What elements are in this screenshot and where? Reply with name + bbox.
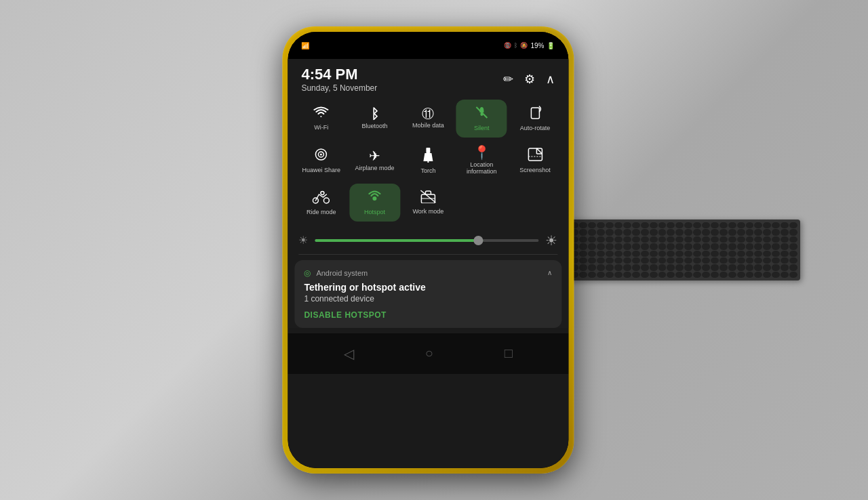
bluetooth-label: Bluetooth — [362, 123, 388, 130]
battery-percent: 19% — [530, 42, 544, 49]
hotspot-icon — [367, 189, 383, 207]
qs-date: Sunday, 5 November — [301, 83, 377, 93]
svg-rect-1 — [480, 112, 483, 116]
mute-icon: 🔕 — [520, 42, 528, 49]
settings-button[interactable]: ⚙ — [524, 72, 535, 87]
brightness-row: ☀ ☀ — [288, 227, 568, 254]
ride-mode-label: Ride mode — [307, 209, 336, 216]
screenshot-label: Screenshot — [519, 167, 551, 174]
location-label: Location information — [459, 162, 505, 175]
wifi-label: Wi-Fi — [314, 125, 328, 131]
auto-rotate-icon — [527, 105, 543, 123]
tile-wifi[interactable]: Wi-Fi — [296, 100, 347, 138]
work-mode-label: Work mode — [412, 209, 443, 215]
notif-expand-icon[interactable]: ∧ — [547, 269, 552, 276]
notif-title: Tethering or hotspot active — [304, 282, 552, 293]
status-right: 📵 ᛒ 🔕 19% 🔋 — [504, 42, 555, 49]
svg-point-14 — [324, 198, 330, 203]
airplane-icon: ✈ — [369, 149, 380, 163]
svg-point-16 — [373, 196, 377, 201]
brightness-track[interactable] — [315, 239, 538, 242]
tile-screenshot[interactable]: Screenshot — [510, 140, 561, 181]
hotspot-label: Hotspot — [364, 209, 385, 216]
phone-screen: 📶 📵 ᛒ 🔕 19% 🔋 4 — [288, 32, 568, 468]
screenshot-icon — [527, 147, 543, 165]
disable-hotspot-button[interactable]: DISABLE HOTSPOT — [304, 310, 552, 320]
tile-hotspot[interactable]: Hotspot — [349, 184, 400, 222]
svg-rect-2 — [531, 108, 539, 119]
phone-inner: 📶 📵 ᛒ 🔕 19% 🔋 4 — [288, 32, 568, 468]
signal-icon: 📶 — [301, 42, 309, 49]
svg-point-15 — [321, 191, 324, 194]
mobile-data-label: Mobile data — [412, 123, 444, 129]
qs-header: 4:54 PM Sunday, 5 November ✏ ⚙ ∧ — [288, 59, 568, 96]
svg-rect-8 — [528, 148, 542, 161]
android-system-icon: ◎ — [304, 268, 311, 278]
airplane-label: Airplane mode — [355, 165, 395, 172]
bt-icon: ᛒ — [514, 42, 517, 49]
notif-header: ◎ Android system ∧ — [304, 268, 552, 278]
huawei-share-icon — [313, 147, 330, 165]
torch-label: Torch — [420, 168, 435, 175]
silent-label: Silent — [474, 125, 490, 132]
bluetooth-icon: ᛒ — [371, 107, 379, 121]
tile-location[interactable]: 📍 Location information — [456, 140, 507, 181]
svg-rect-6 — [426, 148, 430, 153]
edit-button[interactable]: ✏ — [503, 72, 513, 87]
home-button[interactable]: ○ — [425, 346, 433, 361]
qs-tiles-grid: Wi-Fi ᛒ Bluetooth ⑪ Mobile data — [288, 96, 568, 226]
separator — [298, 254, 557, 255]
wifi-icon — [313, 106, 330, 122]
wifi-off-icon: 📵 — [504, 42, 511, 49]
qs-time-date: 4:54 PM Sunday, 5 November — [301, 66, 377, 93]
tile-mobile-data[interactable]: ⑪ Mobile data — [403, 100, 454, 138]
recents-button[interactable]: □ — [505, 346, 513, 361]
notch — [387, 32, 469, 51]
phone-wrapper: 📶 📵 ᛒ 🔕 19% 🔋 4 — [282, 26, 574, 474]
collapse-button[interactable]: ∧ — [546, 72, 555, 87]
phone-frame: 📶 📵 ᛒ 🔕 19% 🔋 4 — [282, 26, 574, 474]
qs-time: 4:54 PM — [301, 66, 377, 83]
tile-auto-rotate[interactable]: Auto-rotate — [510, 100, 561, 138]
back-button[interactable]: ◁ — [344, 346, 354, 362]
tile-airplane[interactable]: ✈ Airplane mode — [349, 140, 400, 181]
silent-icon — [474, 105, 489, 123]
qs-controls: ✏ ⚙ ∧ — [503, 72, 555, 87]
location-icon: 📍 — [473, 146, 490, 159]
tile-bluetooth[interactable]: ᛒ Bluetooth — [349, 100, 400, 138]
brightness-max-icon: ☀ — [545, 232, 557, 249]
mobile-data-icon: ⑪ — [422, 108, 434, 120]
notif-subtitle: 1 connected device — [304, 294, 552, 304]
work-mode-icon — [420, 190, 436, 206]
huawei-share-label: Huawei Share — [302, 167, 341, 174]
tile-torch[interactable]: Torch — [403, 140, 454, 181]
ride-mode-icon — [313, 189, 330, 207]
quick-settings-panel: 4:54 PM Sunday, 5 November ✏ ⚙ ∧ — [288, 59, 568, 328]
svg-line-9 — [536, 148, 542, 154]
brightness-min-icon: ☀ — [298, 234, 308, 247]
auto-rotate-label: Auto-rotate — [520, 125, 551, 132]
svg-point-5 — [320, 153, 322, 155]
status-left: 📶 — [301, 42, 309, 49]
torch-icon — [420, 146, 435, 165]
tile-huawei-share[interactable]: Huawei Share — [296, 140, 347, 181]
notification-card[interactable]: ◎ Android system ∧ Tethering or hotspot … — [294, 260, 561, 328]
notif-app-name: Android system — [316, 269, 542, 277]
tile-work-mode[interactable]: Work mode — [403, 184, 454, 222]
battery-icon: 🔋 — [547, 42, 555, 49]
svg-line-19 — [420, 190, 435, 203]
brightness-thumb — [473, 236, 483, 245]
tile-silent[interactable]: Silent — [456, 100, 507, 138]
bottom-nav: ◁ ○ □ — [288, 333, 568, 374]
tile-ride-mode[interactable]: Ride mode — [296, 184, 347, 222]
brightness-fill — [315, 239, 483, 242]
